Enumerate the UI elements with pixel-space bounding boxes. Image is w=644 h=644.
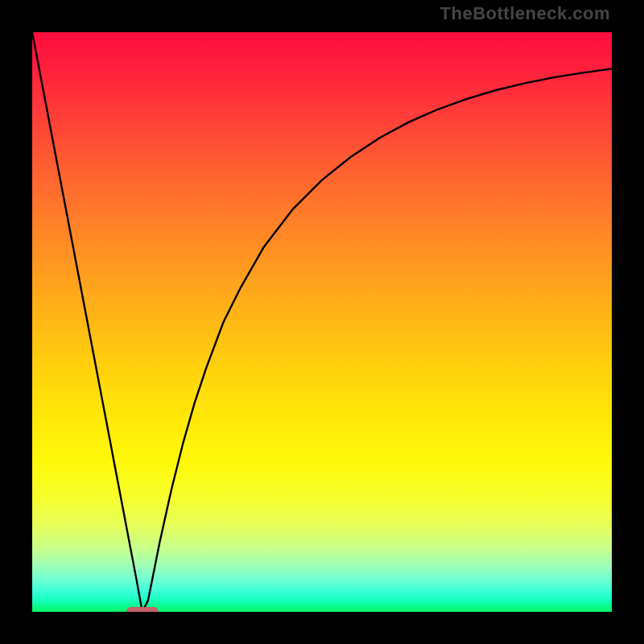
bottleneck-curve: [32, 32, 612, 612]
optimal-marker: [126, 607, 159, 612]
watermark-text: TheBottleneck.com: [440, 3, 610, 24]
chart-frame: TheBottleneck.com: [0, 0, 644, 644]
curve-path: [32, 32, 612, 612]
plot-area: [32, 32, 612, 612]
